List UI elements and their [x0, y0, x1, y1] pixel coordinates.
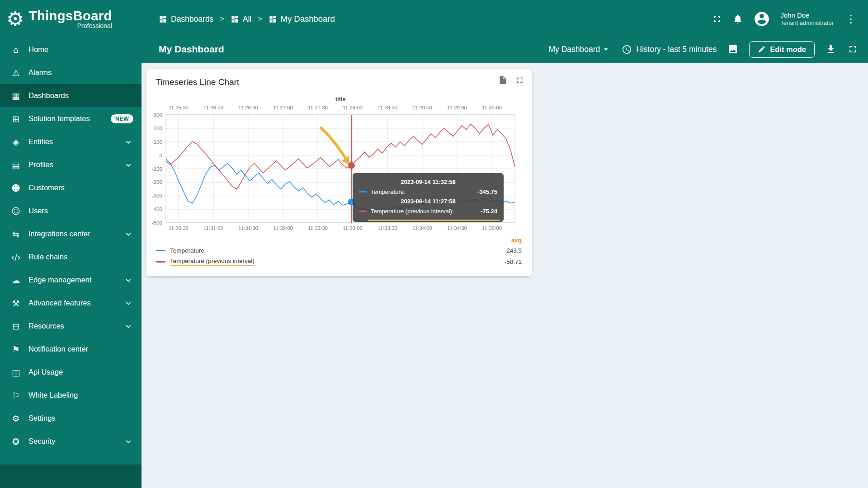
dashboard-toolbar: My Dashboard My Dashboard History - last…: [142, 38, 868, 63]
widget-fullscreen-icon[interactable]: [515, 75, 524, 85]
tooltip-row: Temperature (previous interval): -75.24: [359, 206, 497, 216]
toolbar-actions: My Dashboard History - last 5 minutes Ed…: [548, 41, 858, 58]
edge-management-icon: ☁: [10, 275, 22, 285]
dashboard-image-button[interactable]: [727, 44, 738, 55]
notifications-button[interactable]: [732, 14, 743, 24]
sidebar-item-users[interactable]: ☺Users: [0, 199, 142, 222]
sidebar-item-notification-center[interactable]: ⚑Notification center: [0, 338, 142, 361]
legend-avg-header: avg: [156, 236, 522, 245]
svg-text:11:30:00: 11:30:00: [482, 105, 502, 110]
resources-folder-icon: ⊟: [10, 321, 22, 331]
breadcrumb-dashboards[interactable]: Dashboards: [159, 14, 213, 24]
svg-text:11:27:30: 11:27:30: [308, 105, 328, 110]
app-root: ⚙ ThingsBoard Professional ⌂Home⚠Alarms▦…: [0, 0, 868, 488]
tooltip-timestamp: 2023-09-14 11:32:58: [359, 178, 497, 187]
tooltip-series-label: Temperature (previous interval):: [371, 206, 454, 216]
sidebar-item-advanced-features[interactable]: ⚒Advanced features: [0, 291, 142, 314]
time-window-label: History - last 5 minutes: [636, 45, 717, 54]
sidebar-item-security[interactable]: ✪Security: [0, 430, 142, 453]
chevron-down-icon: [601, 44, 611, 54]
svg-text:11:26:00: 11:26:00: [203, 105, 223, 110]
time-window-button[interactable]: History - last 5 minutes: [622, 44, 717, 55]
sidebar-item-label: Integrations center: [28, 230, 90, 238]
sidebar-item-solution-templates[interactable]: ⊞Solution templatesNEW: [0, 107, 142, 130]
more-vert-icon[interactable]: ⋮: [844, 13, 858, 25]
sidebar-item-white-labeling[interactable]: ⚐White Labeling: [0, 384, 142, 407]
sidebar-item-settings[interactable]: ⚙Settings: [0, 407, 142, 430]
svg-text:11:28:30: 11:28:30: [377, 105, 397, 110]
tooltip-series-label: Temperature:: [371, 187, 406, 197]
breadcrumb-my-dashboard[interactable]: My Dashboard: [269, 14, 335, 24]
breadcrumb-label: All: [243, 14, 251, 24]
sidebar-item-edge-management[interactable]: ☁Edge management: [0, 268, 142, 291]
advanced-features-tools-icon: ⚒: [10, 298, 22, 308]
widget-actions: [498, 75, 524, 85]
sidebar-item-entities[interactable]: ◈Entities: [0, 130, 142, 153]
sidebar-item-integrations-center[interactable]: ⇆Integrations center: [0, 222, 142, 245]
download-button[interactable]: [826, 44, 836, 55]
chevron-down-icon: [123, 275, 133, 285]
user-avatar[interactable]: [753, 10, 770, 28]
breadcrumb-separator: >: [257, 15, 263, 23]
sidebar-item-label: Edge management: [28, 276, 91, 284]
breadcrumb-all[interactable]: All: [231, 14, 251, 24]
sidebar-item-label: Entities: [28, 137, 53, 146]
legend-avg-value: -58.71: [505, 258, 522, 265]
thingsboard-logo[interactable]: ⚙ ThingsBoard Professional: [0, 0, 142, 38]
bell-icon: [732, 14, 743, 24]
series-swatch-temperature: [156, 250, 165, 251]
chevron-down-icon: [123, 137, 133, 147]
svg-text:-300: -300: [152, 193, 162, 198]
sidebar-item-label: Security: [28, 437, 56, 446]
svg-text:300: 300: [154, 112, 162, 117]
chevron-down-icon: [123, 298, 133, 308]
fullscreen-button[interactable]: [712, 14, 722, 24]
account-circle-icon: [753, 10, 770, 28]
svg-text:0: 0: [160, 153, 162, 158]
header-actions: John Doe Tenant administrator ⋮: [712, 10, 858, 28]
legend-item-temperature[interactable]: Temperature -243.5: [156, 245, 522, 256]
sidebar-item-label: White Labeling: [28, 391, 78, 399]
svg-text:200: 200: [154, 126, 162, 131]
legend-avg-value: -243.5: [505, 247, 522, 254]
sidebar-item-customers[interactable]: ☻Customers: [0, 176, 142, 199]
sidebar-item-label: Solution templates: [28, 114, 90, 123]
entities-icon: ◈: [10, 137, 22, 147]
export-file-icon[interactable]: [498, 75, 508, 85]
svg-text:11:31:00: 11:31:00: [203, 225, 223, 231]
sidebar-item-label: Profiles: [28, 160, 53, 169]
rule-chains-code-icon: ‹/›: [10, 252, 22, 262]
dashboard-select[interactable]: My Dashboard: [548, 44, 611, 54]
sidebar-item-label: Customers: [28, 183, 65, 192]
main-column: Dashboards > All > My Dashboard: [142, 0, 868, 488]
sidebar-item-home[interactable]: ⌂Home: [0, 38, 142, 61]
svg-text:11:34:00: 11:34:00: [412, 225, 432, 231]
sidebar-item-profiles[interactable]: ▤Profiles: [0, 153, 142, 176]
legend-item-temperature-previous[interactable]: Temperature (previous interval) -58.71: [156, 256, 522, 267]
settings-gear-icon: ⚙: [10, 413, 22, 423]
svg-text:11:26:30: 11:26:30: [238, 105, 258, 110]
fullscreen-icon: [712, 14, 722, 24]
svg-text:11:25:30: 11:25:30: [169, 105, 189, 110]
sidebar-item-resources[interactable]: ⊟Resources: [0, 314, 142, 338]
tooltip-highlight-underline: [368, 220, 500, 221]
svg-text:11:33:30: 11:33:30: [377, 225, 397, 231]
sidebar-item-rule-chains[interactable]: ‹/›Rule chains: [0, 245, 142, 268]
svg-text:11:34:30: 11:34:30: [447, 225, 467, 231]
sidebar-item-dashboards[interactable]: ▦Dashboards: [0, 84, 142, 107]
edit-mode-button[interactable]: Edit mode: [749, 41, 815, 58]
sidebar-footer: [0, 465, 142, 488]
image-icon: [727, 44, 738, 55]
dashboard-grid-icon: [269, 15, 277, 23]
new-badge: NEW: [111, 114, 133, 123]
toolbar-fullscreen-button[interactable]: [847, 44, 858, 55]
sidebar-item-label: Rule chains: [28, 253, 67, 261]
solution-templates-icon: ⊞: [10, 114, 22, 124]
sidebar-item-label: Advanced features: [28, 299, 91, 307]
sidebar-item-alarms[interactable]: ⚠Alarms: [0, 61, 142, 84]
sidebar-item-api-usage[interactable]: ◫Api Usage: [0, 361, 142, 384]
api-usage-chart-icon: ◫: [10, 367, 22, 377]
svg-text:-100: -100: [152, 166, 162, 172]
sidebar-item-label: Notification center: [28, 345, 88, 353]
edit-mode-label: Edit mode: [770, 45, 806, 54]
